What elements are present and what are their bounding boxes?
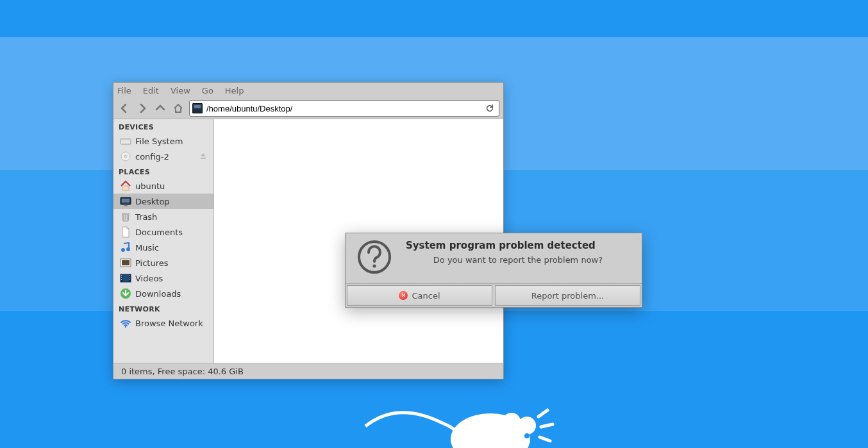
file-manager-window: File Edit View Go Help DEVICES <box>113 82 504 379</box>
back-button[interactable] <box>117 101 131 115</box>
problem-dialog: System program problem detected Do you w… <box>345 233 642 308</box>
drive-icon <box>120 135 131 147</box>
up-button[interactable] <box>153 101 167 115</box>
home-button[interactable] <box>171 101 185 115</box>
disc-icon <box>120 151 131 162</box>
sidebar-item-label: Videos <box>135 274 163 283</box>
document-icon <box>120 226 131 238</box>
close-icon: ✕ <box>399 291 408 300</box>
sidebar-item-downloads[interactable]: Downloads <box>113 286 213 301</box>
svg-rect-16 <box>122 260 129 265</box>
svg-point-22 <box>121 279 122 279</box>
sidebar-item-config2[interactable]: config-2 <box>113 149 213 164</box>
sidebar-item-label: Browse Network <box>135 319 203 328</box>
trash-icon <box>120 211 131 222</box>
path-bar <box>189 100 499 117</box>
forward-button[interactable] <box>135 101 149 115</box>
eject-icon[interactable] <box>199 152 207 162</box>
sidebar-item-filesystem[interactable]: File System <box>113 133 213 149</box>
report-button[interactable]: Report problem... <box>495 285 640 306</box>
sidebar-item-label: Trash <box>135 212 157 222</box>
desktop-icon <box>120 195 131 207</box>
svg-point-25 <box>129 279 130 279</box>
sidebar-item-desktop[interactable]: Desktop <box>113 194 213 209</box>
location-icon <box>192 103 203 113</box>
cancel-label: Cancel <box>412 291 440 301</box>
report-label: Report problem... <box>531 291 604 301</box>
svg-rect-8 <box>122 186 129 190</box>
sidebar-item-label: Desktop <box>135 197 170 206</box>
home-icon <box>120 180 131 192</box>
svg-point-20 <box>121 275 122 276</box>
section-places: PLACES <box>113 164 213 178</box>
svg-point-14 <box>126 247 130 251</box>
sidebar-item-label: File System <box>135 137 183 146</box>
sidebar-item-label: Documents <box>135 228 183 237</box>
path-input[interactable] <box>205 103 481 114</box>
sidebar-item-documents[interactable]: Documents <box>113 224 213 240</box>
status-bar: 0 items, Free space: 40.6 GiB <box>113 363 503 379</box>
video-icon <box>120 272 131 284</box>
svg-point-21 <box>121 277 122 278</box>
menu-help[interactable]: Help <box>225 86 244 95</box>
svg-point-24 <box>129 277 130 278</box>
svg-point-1 <box>503 413 521 431</box>
sidebar-item-browse-network[interactable]: Browse Network <box>113 315 213 331</box>
dialog-message: Do you want to report the problem now? <box>406 255 630 265</box>
sidebar-item-videos[interactable]: Videos <box>113 270 213 286</box>
sidebar-item-label: Pictures <box>135 258 168 268</box>
sidebar-item-label: ubuntu <box>135 181 165 191</box>
svg-point-23 <box>129 275 130 276</box>
svg-rect-5 <box>121 138 131 140</box>
sidebar-item-label: config-2 <box>135 152 169 162</box>
sidebar-item-label: Music <box>135 243 159 253</box>
wallpaper-mouse-icon <box>359 391 564 448</box>
refresh-button[interactable] <box>483 102 496 115</box>
svg-rect-12 <box>122 213 129 214</box>
sidebar-item-label: Downloads <box>135 289 181 299</box>
sidebar: DEVICES File System config-2 PLACES ubun… <box>113 119 214 363</box>
status-text: 0 items, Free space: 40.6 GiB <box>121 367 244 376</box>
question-icon <box>357 240 392 274</box>
sidebar-item-ubuntu[interactable]: ubuntu <box>113 178 213 194</box>
svg-point-3 <box>524 433 530 438</box>
wifi-icon <box>120 317 131 329</box>
svg-rect-11 <box>124 205 128 206</box>
menu-view[interactable]: View <box>171 86 190 95</box>
toolbar <box>113 98 503 119</box>
svg-rect-10 <box>122 199 129 203</box>
menu-edit[interactable]: Edit <box>143 86 159 95</box>
pictures-icon <box>120 257 131 269</box>
section-network: NETWORK <box>113 301 213 315</box>
svg-point-29 <box>372 264 376 267</box>
svg-point-27 <box>125 326 126 328</box>
svg-point-2 <box>518 417 536 435</box>
desktop: File Edit View Go Help DEVICES <box>0 0 868 448</box>
music-icon <box>120 242 131 253</box>
dialog-button-row: ✕ Cancel Report problem... <box>346 283 642 307</box>
cancel-button[interactable]: ✕ Cancel <box>347 285 492 306</box>
menu-file[interactable]: File <box>117 86 131 95</box>
sidebar-item-pictures[interactable]: Pictures <box>113 255 213 270</box>
dialog-title: System program problem detected <box>406 240 630 251</box>
menubar: File Edit View Go Help <box>113 83 503 98</box>
svg-point-7 <box>124 155 127 158</box>
sidebar-item-trash[interactable]: Trash <box>113 209 213 224</box>
sidebar-item-music[interactable]: Music <box>113 240 213 255</box>
svg-point-13 <box>121 248 125 252</box>
menu-go[interactable]: Go <box>202 86 213 95</box>
section-devices: DEVICES <box>113 119 213 133</box>
download-icon <box>120 288 131 299</box>
